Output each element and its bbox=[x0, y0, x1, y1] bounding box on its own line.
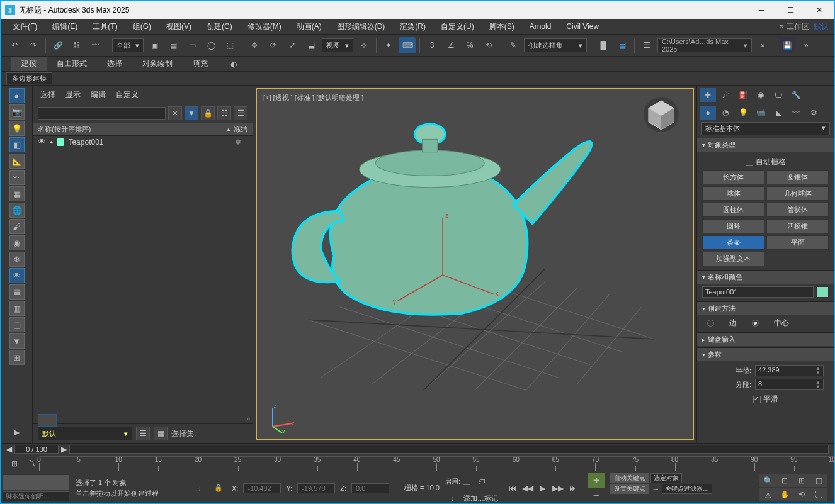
layer-explorer-button[interactable]: ☰ bbox=[639, 37, 655, 53]
autogrid-checkbox[interactable] bbox=[746, 159, 753, 166]
ribbon-tab-populate[interactable]: 填充 bbox=[183, 57, 218, 71]
create-tab-icon[interactable]: ✚ bbox=[700, 88, 716, 102]
enable-checkbox[interactable] bbox=[463, 478, 470, 485]
zoom-all-icon[interactable]: ⊡ bbox=[776, 474, 793, 487]
slider-next-icon[interactable]: ▶ bbox=[61, 445, 67, 454]
scene-search-input[interactable] bbox=[38, 107, 166, 120]
prim-geosphere[interactable]: 几何球体 bbox=[766, 186, 829, 201]
goto-start-icon[interactable]: ⏮ bbox=[506, 481, 520, 495]
left-snow-icon[interactable]: ❄ bbox=[9, 252, 25, 267]
keyfilter-button[interactable]: 关键点过滤器… bbox=[662, 484, 712, 494]
menu-tools[interactable]: 工具(T) bbox=[86, 20, 123, 33]
autokey-button[interactable]: 自动关键点 bbox=[610, 473, 649, 483]
left-globe-icon[interactable]: 🌐 bbox=[9, 203, 25, 218]
lock-icon[interactable]: 🔒 bbox=[210, 480, 227, 496]
zoom-extents-all-icon[interactable]: ◫ bbox=[810, 474, 827, 487]
menu-edit[interactable]: 编辑(E) bbox=[46, 20, 84, 33]
prim-sphere[interactable]: 球体 bbox=[702, 186, 764, 201]
isolate-icon[interactable]: ⬚ bbox=[189, 480, 205, 496]
maximize-viewport-icon[interactable]: ⛶ bbox=[810, 488, 827, 501]
keyboard-shortcut-button[interactable]: ⌨ bbox=[399, 37, 416, 53]
more-arrow-icon[interactable]: » bbox=[246, 415, 250, 422]
modify-tab-icon[interactable]: ☄ bbox=[717, 88, 734, 102]
radio-edge[interactable] bbox=[707, 320, 714, 327]
prev-frame-icon[interactable]: ◀◀ bbox=[521, 481, 535, 495]
pivot-button[interactable]: ⊹ bbox=[356, 37, 372, 53]
mirror-button[interactable]: ▐▌ bbox=[595, 37, 611, 53]
menu-scripting[interactable]: 脚本(S) bbox=[483, 20, 521, 33]
goto-end-icon[interactable]: ⏭ bbox=[566, 481, 580, 495]
helpers-subtab-icon[interactable]: ◣ bbox=[770, 106, 787, 120]
autokey-target[interactable]: 选定对象 bbox=[650, 473, 682, 483]
workspace-dropdown[interactable]: 默认 bbox=[814, 21, 829, 32]
scene-column-header[interactable]: 名称(按升序排序) ▲冻结 bbox=[33, 123, 253, 136]
scene-tab-select[interactable]: 选择 bbox=[40, 89, 55, 100]
menu-modifiers[interactable]: 修改器(M) bbox=[241, 20, 288, 33]
move-button[interactable]: ✥ bbox=[246, 37, 263, 53]
key-icon[interactable]: ⊸ bbox=[650, 484, 661, 493]
left-wave-icon[interactable]: 〰 bbox=[9, 170, 25, 185]
left-target-icon[interactable]: ◉ bbox=[9, 235, 25, 250]
scene-sort1-icon[interactable]: ☷ bbox=[217, 106, 231, 120]
prim-teapot[interactable]: 茶壶 bbox=[702, 235, 764, 250]
left-eye-icon[interactable]: 👁 bbox=[9, 268, 25, 283]
ribbon-tab-selection[interactable]: 选择 bbox=[97, 57, 132, 71]
layer-dropdown[interactable]: 默认▾ bbox=[38, 427, 132, 440]
key-mode2-icon[interactable]: ⊸ bbox=[589, 488, 603, 502]
play-icon[interactable]: ▶ bbox=[536, 481, 550, 495]
y-coord[interactable]: -19.578 bbox=[297, 483, 335, 493]
prim-plane[interactable]: 平面 bbox=[766, 235, 829, 250]
left-film-icon[interactable]: ◧ bbox=[9, 137, 25, 152]
marker-icon[interactable]: ↓ bbox=[445, 490, 461, 504]
key-mode-icon[interactable]: ✚ bbox=[588, 473, 605, 488]
left-folder-icon[interactable]: ▢ bbox=[9, 317, 25, 332]
minimize-button[interactable]: ─ bbox=[747, 1, 776, 19]
toolbar-overflow[interactable]: » bbox=[754, 37, 771, 53]
segments-spinner[interactable]: 8▲▼ bbox=[755, 379, 824, 390]
left-page-icon[interactable]: ▤ bbox=[9, 284, 25, 300]
left-camera-icon[interactable]: 📷 bbox=[9, 104, 25, 120]
left-brush-icon[interactable]: 🖌 bbox=[9, 219, 25, 234]
select-button[interactable]: ▣ bbox=[146, 37, 162, 53]
frame-display[interactable]: 0 / 100 bbox=[14, 445, 59, 454]
scene-sort2-icon[interactable]: ☰ bbox=[234, 106, 247, 120]
ribbon-tab-freeform[interactable]: 自由形式 bbox=[47, 57, 97, 71]
left-list-icon[interactable]: ▥ bbox=[9, 301, 25, 316]
scene-tab-customize[interactable]: 自定义 bbox=[116, 89, 139, 100]
viewport[interactable]: [+] [透视 ] [标准 ] [默认明暗处理 ] bbox=[256, 88, 694, 440]
ref-coord-dropdown[interactable]: 视图▾ bbox=[322, 38, 353, 52]
spinner-snap-button[interactable]: ⟲ bbox=[480, 37, 497, 53]
menu-customize[interactable]: 自定义(U) bbox=[435, 20, 480, 33]
lights-subtab-icon[interactable]: 💡 bbox=[735, 106, 751, 120]
rollout-objecttype[interactable]: 对象类型 bbox=[697, 138, 834, 152]
rollout-creationmethod[interactable]: 创建方法 bbox=[697, 301, 834, 315]
script-output[interactable] bbox=[3, 474, 69, 490]
circle-region-button[interactable]: ◯ bbox=[203, 37, 219, 53]
left-funnel-icon[interactable]: ▼ bbox=[9, 333, 25, 349]
rollout-keyboard[interactable]: 键盘输入 bbox=[697, 332, 834, 346]
display-tab-icon[interactable]: 🖵 bbox=[770, 88, 787, 102]
left-grid-icon[interactable]: ▦ bbox=[9, 186, 25, 201]
percent-snap-button[interactable]: % bbox=[462, 37, 478, 53]
left-sphere-icon[interactable]: ● bbox=[9, 88, 25, 103]
prim-torus[interactable]: 圆环 bbox=[702, 219, 764, 233]
radius-spinner[interactable]: 42.389▲▼ bbox=[755, 365, 824, 376]
save-button[interactable]: 💾 bbox=[779, 37, 795, 53]
object-name-input[interactable]: Teapot001 bbox=[702, 286, 814, 298]
object-color-swatch[interactable] bbox=[816, 286, 829, 298]
snap-button[interactable]: 3 bbox=[424, 37, 440, 53]
category-dropdown[interactable]: 标准基本体▾ bbox=[701, 122, 830, 135]
scene-filter-icon[interactable]: ▼ bbox=[185, 106, 198, 120]
spacewarps-subtab-icon[interactable]: 〰 bbox=[788, 106, 804, 120]
undo-button[interactable]: ↶ bbox=[6, 37, 23, 53]
z-coord[interactable]: 0.0 bbox=[351, 483, 389, 493]
setkey-button[interactable]: 设置关键点 bbox=[610, 484, 649, 494]
scene-item-name[interactable]: Teapot001 bbox=[68, 138, 103, 147]
selection-set-dropdown[interactable]: 创建选择集▾ bbox=[524, 38, 587, 52]
rotate-button[interactable]: ⟳ bbox=[265, 37, 281, 53]
play-icon[interactable]: ▶ bbox=[9, 424, 25, 440]
timeline-ruler[interactable]: 0510152025303540455055606570758085909510… bbox=[39, 456, 834, 471]
angle-snap-button[interactable]: ∠ bbox=[443, 37, 459, 53]
place-button[interactable]: ⬓ bbox=[303, 37, 319, 53]
left-hierarchy-icon[interactable]: ⊞ bbox=[9, 350, 25, 365]
